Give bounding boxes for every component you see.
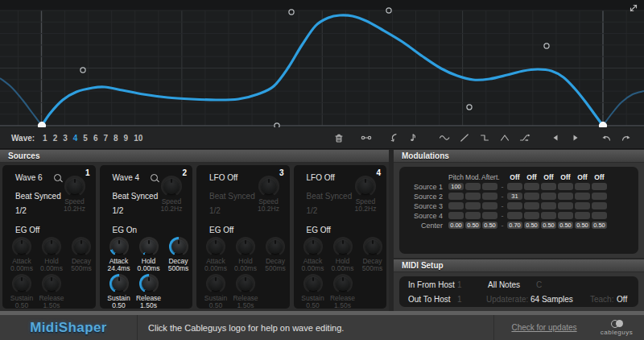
matrix-column-9[interactable]: Off	[591, 173, 608, 181]
wave-number-2[interactable]: 2	[53, 134, 58, 143]
wave-number-5[interactable]: 5	[83, 134, 88, 143]
wave-canvas[interactable]	[0, 0, 644, 127]
wave-number-1[interactable]: 1	[43, 134, 47, 143]
attack-knob[interactable]	[303, 237, 323, 256]
eg-toggle[interactable]: EG Off	[15, 226, 39, 234]
matrix-column-6[interactable]: Off	[540, 173, 557, 181]
link-points-icon[interactable]	[360, 131, 373, 144]
matrix-cell[interactable]	[465, 193, 481, 200]
sustain-knob[interactable]	[303, 274, 323, 293]
attack-knob[interactable]	[109, 237, 129, 256]
cableguys-logo[interactable]: cableguys	[594, 320, 644, 336]
source-name-select[interactable]: LFO Off	[209, 173, 237, 182]
attack-knob[interactable]	[206, 237, 225, 256]
matrix-column-3[interactable]: Aftert.	[481, 173, 498, 181]
wave-number-4[interactable]: 4	[73, 134, 78, 143]
matrix-cell[interactable]: 0.50	[524, 222, 539, 229]
speed-knob[interactable]	[258, 176, 279, 197]
sustain-knob[interactable]	[12, 274, 31, 293]
speed-knob[interactable]	[64, 176, 85, 197]
matrix-cell[interactable]	[482, 212, 497, 219]
matrix-cell[interactable]: 100	[448, 183, 464, 190]
matrix-cell[interactable]	[482, 193, 497, 200]
sustain-knob[interactable]	[109, 274, 129, 293]
curve-control-point[interactable]	[544, 44, 549, 48]
matrix-cell[interactable]	[507, 212, 522, 219]
curve-control-point[interactable]	[467, 105, 472, 110]
matrix-cell[interactable]	[558, 193, 573, 200]
matrix-cell[interactable]	[575, 183, 590, 190]
eg-toggle[interactable]: EG Off	[209, 226, 233, 234]
decay-knob[interactable]	[266, 237, 285, 256]
sync-rate-select[interactable]: 1/2	[15, 206, 27, 215]
hold-knob[interactable]	[42, 237, 61, 256]
sync-rate-select[interactable]: 1/2	[113, 206, 124, 215]
matrix-cell[interactable]: 0.70	[507, 222, 522, 229]
matrix-cell[interactable]	[592, 193, 607, 200]
matrix-cell[interactable]	[524, 202, 539, 209]
decay-knob[interactable]	[363, 237, 382, 256]
beat-synced-toggle[interactable]: Beat Synced	[113, 192, 159, 201]
sync-rate-select[interactable]: 1/2	[209, 206, 221, 215]
matrix-cell[interactable]	[507, 183, 522, 190]
matrix-cell[interactable]	[541, 183, 556, 190]
matrix-column-4[interactable]: Off	[506, 173, 523, 181]
curve-control-point[interactable]	[289, 10, 294, 15]
note-tool-icon[interactable]	[407, 131, 420, 144]
matrix-cell[interactable]: 0.50	[575, 222, 590, 229]
matrix-cell[interactable]	[524, 183, 539, 190]
matrix-cell[interactable]	[558, 202, 573, 209]
eg-toggle[interactable]: EG On	[113, 226, 138, 234]
matrix-cell[interactable]	[524, 212, 539, 219]
matrix-cell[interactable]	[465, 183, 481, 190]
beat-synced-toggle[interactable]: Beat Synced	[15, 192, 61, 201]
undo-icon[interactable]	[600, 131, 613, 144]
matrix-cell[interactable]	[541, 212, 556, 219]
check-updates-link[interactable]: Check for updates	[511, 323, 576, 332]
beat-synced-toggle[interactable]: Beat Synced	[307, 192, 353, 201]
matrix-cell[interactable]: 0.00	[448, 222, 464, 229]
matrix-cell[interactable]: 0.50	[558, 222, 573, 229]
decay-knob[interactable]	[72, 237, 91, 256]
decay-knob[interactable]	[169, 237, 188, 256]
midi-in-channel[interactable]: 1	[457, 280, 462, 289]
beat-synced-toggle[interactable]: Beat Synced	[209, 192, 255, 201]
matrix-cell[interactable]	[558, 212, 573, 219]
matrix-column-7[interactable]: Off	[557, 173, 574, 181]
eg-toggle[interactable]: EG Off	[307, 226, 331, 234]
curve-anchor-point[interactable]	[599, 122, 606, 127]
prev-wave-icon[interactable]	[549, 131, 562, 144]
wave-number-9[interactable]: 9	[124, 134, 129, 143]
delete-icon[interactable]	[332, 131, 345, 144]
hold-knob[interactable]	[139, 237, 159, 256]
matrix-cell[interactable]	[482, 183, 497, 190]
matrix-cell[interactable]: 0.50	[541, 222, 556, 229]
matrix-cell[interactable]	[592, 212, 607, 219]
release-knob[interactable]	[236, 274, 255, 293]
wave-number-8[interactable]: 8	[114, 134, 118, 143]
speed-knob[interactable]	[355, 176, 376, 197]
midi-in-note[interactable]: C	[536, 280, 542, 289]
matrix-cell[interactable]	[592, 202, 607, 209]
app-logo-box[interactable]: MidiShaper	[0, 315, 138, 340]
line-shape-icon[interactable]	[458, 131, 471, 144]
updaterate-value[interactable]: 64 Samples	[530, 295, 573, 304]
sync-rate-select[interactable]: 1/2	[307, 206, 318, 215]
matrix-cell[interactable]: 0.50	[482, 222, 497, 229]
midi-out-channel[interactable]: 1	[457, 295, 462, 304]
app-logo[interactable]: MidiShaper	[30, 320, 107, 336]
matrix-cell[interactable]	[575, 202, 590, 209]
sine-shape-icon[interactable]	[438, 131, 451, 144]
expand-editor-icon[interactable]	[628, 2, 639, 14]
matrix-cell[interactable]	[541, 193, 556, 200]
next-wave-icon[interactable]	[569, 131, 582, 144]
matrix-cell[interactable]: 0.50	[592, 222, 607, 229]
matrix-cell[interactable]	[482, 202, 497, 209]
matrix-column-2[interactable]: Mod.	[464, 173, 481, 181]
source-name-select[interactable]: LFO Off	[307, 173, 335, 182]
speed-knob[interactable]	[161, 176, 182, 197]
release-knob[interactable]	[42, 274, 61, 293]
matrix-cell[interactable]	[524, 193, 539, 200]
midi-in-mode[interactable]: All Notes	[488, 280, 520, 289]
attack-knob[interactable]	[12, 237, 31, 256]
